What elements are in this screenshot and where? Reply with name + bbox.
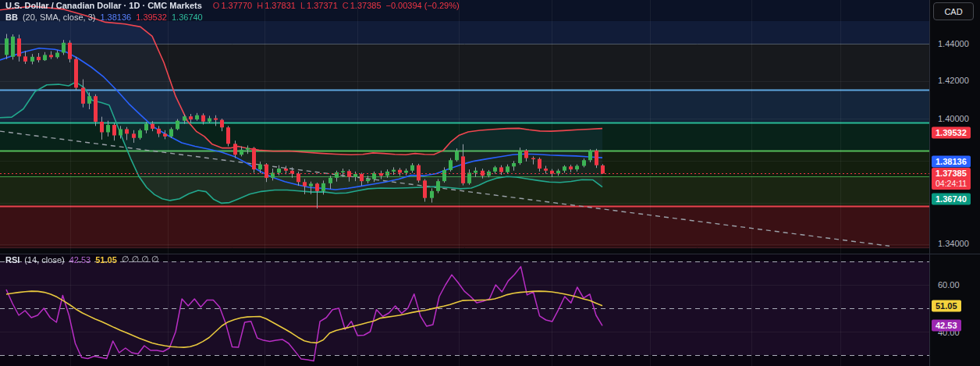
low-value: 1.37371 [307,1,338,10]
rsi-params: (14, close) [24,255,64,265]
axis-price-badge: 1.39532 [932,127,971,139]
open-label: O [213,1,220,10]
close-label: C [343,1,349,10]
currency-toggle-button[interactable]: CAD [933,2,974,20]
rsi-name: RSI [5,255,20,265]
price-axis[interactable]: 1.440001.420001.400001.3400060.0040.001.… [930,0,980,366]
high-value: 1.37831 [265,1,296,10]
bb-basis-value: 1.38136 [100,12,131,22]
axis-tick-label: 1.44000 [938,39,969,48]
axis-price-badge: 1.3738504:24:11 [932,168,971,190]
axis-price-badge: 1.36740 [932,194,971,205]
axis-tick-label: 1.42000 [938,76,969,85]
bb-indicator-legend[interactable]: BB (20, SMA, close, 3) 1.38136 1.39532 1… [5,12,203,22]
low-label: L [300,1,305,10]
axis-tick-label: 60.00 [938,280,960,290]
axis-separator [929,0,930,366]
symbol-legend[interactable]: U.S. Dollar / Canadian Dollar · 1D · CMC… [5,1,460,10]
bb-name: BB [5,12,18,22]
axis-price-badge: 1.38136 [932,156,971,168]
bb-lower-value: 1.36740 [172,12,203,22]
countdown-timer: 04:24:11 [936,179,967,189]
rsi-indicator-legend[interactable]: RSI (14, close) 42.53 51.05 ∅ ∅ ∅ ∅ [5,254,158,265]
rsi-hidden-plots: ∅ ∅ ∅ ∅ [122,254,159,265]
bb-params: (20, SMA, close, 3) [23,12,96,22]
change-value: −0.00394 (−0.29%) [386,1,460,10]
pane-separator[interactable] [0,254,980,254]
high-label: H [257,1,263,10]
open-value: 1.37770 [221,1,252,10]
symbol-title: U.S. Dollar / Canadian Dollar · 1D · CMC… [5,1,202,10]
price-chart-canvas[interactable] [0,0,980,366]
axis-price-badge: 42.53 [932,320,961,332]
bb-upper-value: 1.39532 [136,12,167,22]
axis-tick-label: 1.40000 [938,114,969,123]
axis-price-badge: 51.05 [932,300,961,312]
rsi-value: 42.53 [69,255,91,265]
trading-chart-window: { "header": { "symbol_line": "U.S. Dolla… [0,0,980,366]
close-value: 1.37385 [350,1,382,10]
rsi-ma-value: 51.05 [95,255,117,265]
axis-tick-label: 1.34000 [938,239,969,248]
